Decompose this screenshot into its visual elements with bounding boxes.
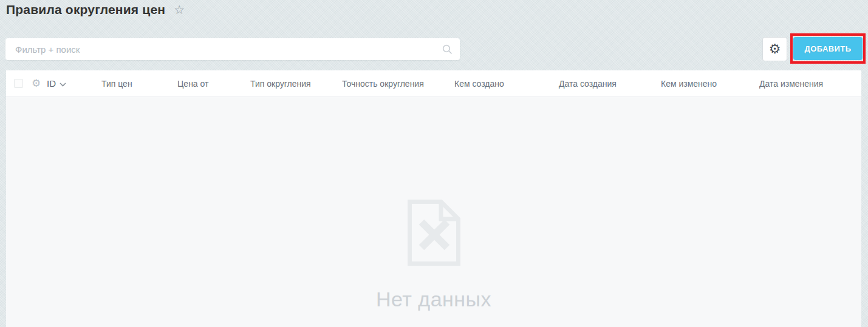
table-body: Нет данных xyxy=(6,97,861,327)
select-all-cell xyxy=(6,79,29,88)
column-header-created-by[interactable]: Кем создано xyxy=(451,79,556,89)
column-header-price-from[interactable]: Цена от xyxy=(174,79,247,89)
page-title: Правила округления цен xyxy=(6,2,165,17)
column-header-modified-date[interactable]: Дата изменения xyxy=(756,79,861,89)
column-header-id[interactable]: ID xyxy=(44,78,98,89)
chevron-down-icon xyxy=(60,83,66,87)
add-button[interactable]: ДОБАВИТЬ xyxy=(793,37,863,60)
empty-state: Нет данных xyxy=(376,200,491,311)
document-x-icon xyxy=(408,200,460,266)
column-header-rounding-type[interactable]: Тип округления xyxy=(247,79,339,89)
settings-button[interactable]: ⚙ xyxy=(762,37,787,61)
column-settings-cell[interactable]: ⚙ xyxy=(29,78,44,89)
search-box[interactable] xyxy=(5,38,460,60)
table-header-row: ⚙ ID Тип цен Цена от Тип округления Точн… xyxy=(6,70,861,97)
column-header-rounding-precision[interactable]: Точность округления xyxy=(339,79,451,89)
data-table: ⚙ ID Тип цен Цена от Тип округления Точн… xyxy=(6,70,861,327)
page-header: Правила округления цен ☆ xyxy=(6,2,185,17)
gear-icon: ⚙ xyxy=(769,42,781,56)
column-header-created-date[interactable]: Дата создания xyxy=(556,79,658,89)
gear-icon: ⚙ xyxy=(32,78,41,89)
select-all-checkbox[interactable] xyxy=(14,79,23,88)
search-input[interactable] xyxy=(5,38,460,60)
column-label: ID xyxy=(47,78,56,89)
page: Правила округления цен ☆ ⚙ ДОБАВИТЬ ⚙ ID xyxy=(0,0,868,327)
favorite-star-icon[interactable]: ☆ xyxy=(174,4,185,16)
column-header-modified-by[interactable]: Кем изменено xyxy=(658,79,756,89)
column-header-price-type[interactable]: Тип цен xyxy=(98,79,174,89)
empty-state-text: Нет данных xyxy=(376,288,491,311)
